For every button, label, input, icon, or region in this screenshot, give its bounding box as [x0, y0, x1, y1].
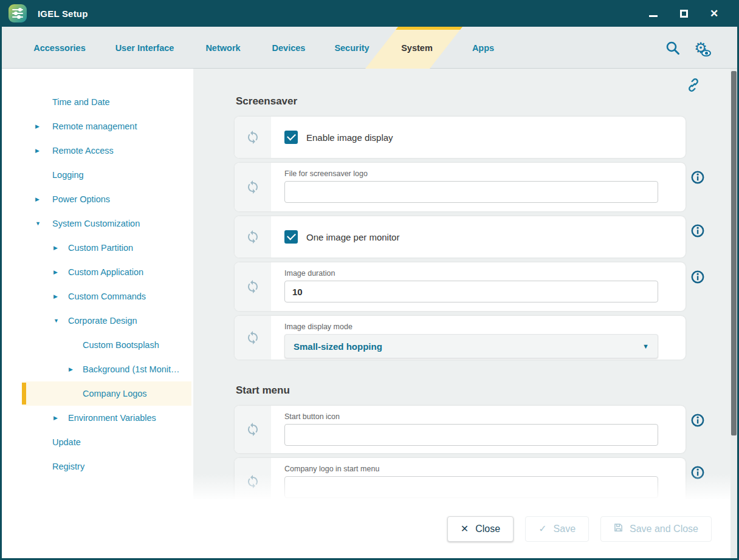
chevron-down-icon[interactable]: [35, 220, 41, 227]
sidebar-item-remote-management[interactable]: Remote management: [22, 114, 191, 138]
chevron-down-icon[interactable]: [53, 318, 59, 324]
tab-security[interactable]: Security: [334, 27, 369, 69]
tab-network[interactable]: Network: [205, 27, 240, 69]
sidebar-item-custom-bootsplash[interactable]: Custom Bootsplash: [22, 333, 191, 357]
dropdown-arrow-icon: ▼: [642, 343, 649, 350]
link-icon[interactable]: [686, 77, 701, 93]
checkbox-label: Enable image display: [306, 132, 393, 143]
igel-app-icon: [9, 4, 27, 22]
one-image-per-monitor-checkbox[interactable]: [284, 230, 298, 244]
chevron-right-icon[interactable]: [53, 415, 58, 421]
minimize-button[interactable]: [648, 8, 659, 19]
settings-panel: Screensaver Enable image display File fo…: [193, 69, 733, 499]
selected-option: Small-sized hopping: [294, 341, 382, 352]
close-button[interactable]: ✕ Close: [447, 516, 514, 542]
row-image-duration: Image duration: [235, 262, 686, 311]
field-label: Image display mode: [284, 323, 658, 331]
chevron-right-icon[interactable]: [53, 293, 58, 299]
tab-bar: Accessories User Interface Network Devic…: [2, 27, 737, 69]
tab-apps[interactable]: Apps: [472, 27, 494, 69]
image-duration-input[interactable]: [284, 281, 658, 302]
reset-icon[interactable]: [235, 216, 271, 258]
sidebar-item-remote-access[interactable]: Remote Access: [22, 138, 191, 163]
reset-icon[interactable]: [235, 406, 271, 453]
close-x-icon: ✕: [461, 523, 469, 534]
row-company-logo-in-start-menu: Company logo in start menu: [235, 458, 686, 499]
info-icon[interactable]: [690, 270, 705, 284]
reset-icon[interactable]: [235, 262, 271, 311]
reset-icon[interactable]: [235, 458, 271, 499]
sidebar-item-company-logos[interactable]: Company Logos: [22, 381, 191, 406]
sidebar-item-registry[interactable]: Registry: [22, 454, 191, 479]
gear-eye-icon[interactable]: ⚙: [692, 39, 709, 56]
chevron-right-icon[interactable]: [35, 148, 40, 154]
field-label: File for screensaver logo: [284, 169, 658, 178]
title-bar: IGEL Setup ✕: [0, 0, 739, 27]
tab-system[interactable]: System: [401, 27, 433, 69]
screensaver-logo-file-input[interactable]: [284, 181, 658, 203]
start-button-icon-input[interactable]: [284, 424, 658, 446]
checkbox-label: One image per monitor: [306, 232, 399, 242]
reset-icon[interactable]: [235, 117, 271, 158]
field-label: Start button icon: [284, 412, 658, 421]
row-start-button-icon: Start button icon: [235, 406, 686, 453]
save-button[interactable]: ✓ Save: [525, 516, 589, 542]
sidebar-item-corporate-design[interactable]: Corporate Design: [22, 309, 191, 333]
row-image-display-mode: Image display mode Small-sized hopping ▼: [235, 316, 686, 360]
chevron-right-icon[interactable]: [35, 196, 40, 202]
sidebar-item-custom-application[interactable]: Custom Application: [22, 260, 191, 284]
chevron-right-icon[interactable]: [69, 366, 73, 372]
field-label: Company logo in start menu: [284, 465, 658, 473]
sidebar-item-update[interactable]: Update: [22, 430, 191, 454]
scrollbar-thumb[interactable]: [731, 71, 737, 435]
sidebar-item-custom-commands[interactable]: Custom Commands: [22, 284, 191, 309]
tab-devices[interactable]: Devices: [272, 27, 306, 69]
sidebar-item-logging[interactable]: Logging: [22, 163, 191, 187]
reset-icon[interactable]: [235, 316, 271, 360]
sidebar-item-system-customization[interactable]: System Customization: [22, 211, 191, 236]
scrollbar-track[interactable]: [730, 69, 737, 558]
igel-setup-window: IGEL Setup ✕ Accessories User Interface …: [0, 0, 739, 560]
chevron-right-icon[interactable]: [35, 123, 40, 129]
info-icon[interactable]: [690, 465, 705, 480]
window-title: IGEL Setup: [38, 9, 88, 19]
field-label: Image duration: [284, 269, 658, 278]
sidebar-item-power-options[interactable]: Power Options: [22, 187, 191, 211]
save-and-close-button[interactable]: Save and Close: [600, 516, 712, 542]
row-file-for-screensaver-logo: File for screensaver logo: [235, 163, 686, 211]
info-icon[interactable]: [690, 413, 705, 428]
check-icon: ✓: [538, 523, 546, 534]
row-one-image-per-monitor: One image per monitor: [235, 216, 686, 258]
close-window-button[interactable]: ✕: [709, 8, 720, 19]
sidebar-item-custom-partition[interactable]: Custom Partition: [22, 236, 191, 260]
enable-image-display-checkbox[interactable]: [284, 131, 298, 144]
eye-icon: [701, 50, 711, 56]
info-icon[interactable]: [690, 224, 705, 238]
company-logo-start-menu-input[interactable]: [284, 476, 658, 498]
section-title-screensaver: Screensaver: [236, 95, 686, 108]
chevron-right-icon[interactable]: [53, 245, 58, 251]
tab-user-interface[interactable]: User Interface: [115, 27, 174, 69]
search-icon[interactable]: [664, 39, 681, 56]
sidebar-item-time-and-date[interactable]: Time and Date: [22, 90, 191, 114]
image-display-mode-select[interactable]: Small-sized hopping ▼: [284, 334, 658, 358]
sidebar-item-background-1st-monitor[interactable]: Background (1st Monit…: [22, 357, 191, 381]
reset-icon[interactable]: [235, 163, 271, 211]
section-title-start-menu: Start menu: [236, 384, 686, 397]
sidebar-nav: Time and Date Remote management Remote A…: [2, 69, 191, 558]
maximize-button[interactable]: [678, 8, 689, 19]
floppy-icon: [614, 523, 623, 534]
row-enable-image-display: Enable image display: [235, 117, 686, 158]
tab-accessories[interactable]: Accessories: [33, 27, 85, 69]
sidebar-item-environment-variables[interactable]: Environment Variables: [22, 406, 191, 430]
footer-bar: ✕ Close ✓ Save Save and Close: [2, 499, 737, 558]
info-icon[interactable]: [690, 170, 705, 185]
chevron-right-icon[interactable]: [53, 269, 58, 275]
